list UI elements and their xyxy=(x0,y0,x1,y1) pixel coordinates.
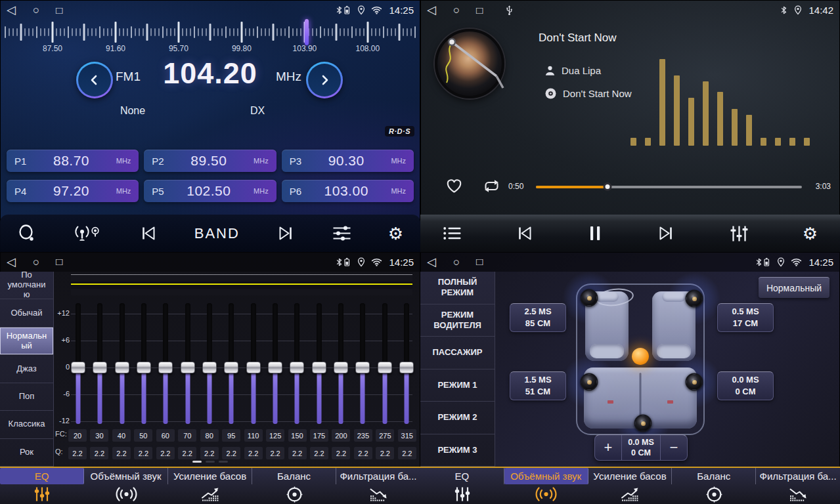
q-value-chip[interactable]: 2.2 xyxy=(156,447,175,459)
q-value-chip[interactable]: 2.2 xyxy=(200,447,219,459)
slider-handle[interactable] xyxy=(71,362,85,373)
preset-button-p6[interactable]: P6103.00MHz xyxy=(282,180,414,202)
seek-next-button[interactable] xyxy=(276,225,296,242)
delay-button-rear-right[interactable]: 0.0 MS0 CM xyxy=(717,371,774,400)
previous-track-button[interactable] xyxy=(515,225,535,242)
tab-surround-sound[interactable]: Объёмный звук xyxy=(504,468,588,504)
eq-band-slider[interactable] xyxy=(397,299,416,425)
eq-band-slider[interactable] xyxy=(68,299,88,425)
q-value-chip[interactable]: 2.2 xyxy=(178,447,196,459)
eq-preset-item[interactable]: Рок xyxy=(0,439,53,467)
slider-handle[interactable] xyxy=(158,362,173,373)
slider-handle[interactable] xyxy=(137,362,151,373)
q-value-chip[interactable]: 2.2 xyxy=(244,447,263,459)
center-rear-speaker-icon[interactable] xyxy=(634,415,652,432)
fc-value-chip[interactable]: 80 xyxy=(200,429,219,442)
broadcast-stations-button[interactable] xyxy=(74,224,102,243)
eq-band-slider[interactable] xyxy=(90,299,110,425)
q-value-chip[interactable]: 2.2 xyxy=(222,447,240,459)
tune-down-button[interactable] xyxy=(76,62,113,98)
delay-button-front-left[interactable]: 2.5 MS85 CM xyxy=(510,303,566,332)
tune-up-button[interactable] xyxy=(306,62,343,98)
front-left-speaker-icon[interactable] xyxy=(581,289,598,307)
q-value-chip[interactable]: 2.2 xyxy=(90,447,108,459)
seek-previous-button[interactable] xyxy=(139,225,158,242)
eq-band-slider[interactable] xyxy=(178,299,198,425)
playlist-button[interactable] xyxy=(443,226,462,241)
slider-handle[interactable] xyxy=(334,362,348,373)
recents-icon[interactable]: □ xyxy=(476,5,483,14)
tab-bass-boost[interactable]: Усиление басов xyxy=(588,468,673,504)
q-value-chip[interactable]: 2.2 xyxy=(354,447,372,459)
back-icon[interactable]: ◁ xyxy=(7,4,16,16)
eq-band-slider[interactable] xyxy=(200,299,219,425)
fc-value-chip[interactable]: 70 xyxy=(178,429,196,442)
tuning-needle[interactable] xyxy=(305,19,309,45)
preset-button-p5[interactable]: P5102.50MHz xyxy=(144,180,276,202)
fc-value-chip[interactable]: 40 xyxy=(112,429,131,442)
listening-mode-item[interactable]: РЕЖИМ 3 xyxy=(420,434,495,467)
eq-band-slider[interactable] xyxy=(134,299,154,425)
q-value-chip[interactable]: 2.2 xyxy=(376,447,394,459)
preset-button-p4[interactable]: P497.20MHz xyxy=(7,180,139,202)
recents-icon[interactable]: □ xyxy=(56,257,63,266)
home-icon[interactable]: ○ xyxy=(33,5,39,16)
band-button[interactable]: BAND xyxy=(194,225,240,242)
tab-hpf-filter[interactable]: Фильтрация ба... xyxy=(756,468,840,504)
fc-value-chip[interactable]: 110 xyxy=(244,429,263,442)
preset-button-p1[interactable]: P188.70MHz xyxy=(7,150,139,172)
preset-button-p2[interactable]: P289.50MHz xyxy=(144,150,276,172)
eq-band-slider[interactable] xyxy=(156,299,175,425)
increase-delay-button[interactable]: + xyxy=(595,435,621,460)
listening-mode-item[interactable]: ПОЛНЫЙ РЕЖИМ xyxy=(420,272,495,304)
listening-mode-item[interactable]: ПАССАЖИР xyxy=(420,337,495,369)
q-value-chip[interactable]: 2.2 xyxy=(310,447,328,459)
decrease-delay-button[interactable]: − xyxy=(661,435,687,460)
preset-button-p3[interactable]: P390.30MHz xyxy=(282,150,414,172)
listening-mode-item[interactable]: РЕЖИМ 2 xyxy=(420,402,495,434)
back-icon[interactable]: ◁ xyxy=(7,256,16,268)
listening-mode-item[interactable]: РЕЖИМ ВОДИТЕЛЯ xyxy=(420,304,495,337)
back-icon[interactable]: ◁ xyxy=(427,4,436,16)
eq-band-slider[interactable] xyxy=(309,299,329,425)
tab-surround-sound[interactable]: Объёмный звук xyxy=(84,468,168,504)
pause-button[interactable] xyxy=(587,224,603,242)
eq-preset-item[interactable]: По умолчанию xyxy=(0,272,53,299)
rear-left-speaker-icon[interactable] xyxy=(581,373,598,391)
fc-value-chip[interactable]: 50 xyxy=(134,429,152,442)
progress-bar[interactable] xyxy=(536,186,802,188)
scan-button[interactable] xyxy=(17,223,37,243)
slider-handle[interactable] xyxy=(399,362,414,373)
eq-preset-item[interactable]: Поп xyxy=(0,383,53,411)
recents-icon[interactable]: □ xyxy=(56,5,63,14)
slider-handle[interactable] xyxy=(115,362,129,373)
fc-value-chip[interactable]: 200 xyxy=(332,429,350,442)
delay-button-rear-left[interactable]: 1.5 MS51 CM xyxy=(510,371,566,400)
slider-handle[interactable] xyxy=(246,362,261,373)
tab-hpf-filter[interactable]: Фильтрация ба... xyxy=(336,468,420,504)
fc-value-chip[interactable]: 20 xyxy=(68,429,87,442)
q-value-chip[interactable]: 2.2 xyxy=(134,447,152,459)
fc-value-chip[interactable]: 60 xyxy=(156,429,175,442)
home-icon[interactable]: ○ xyxy=(453,5,460,16)
home-icon[interactable]: ○ xyxy=(33,257,39,268)
q-value-chip[interactable]: 2.2 xyxy=(266,447,284,459)
eq-preset-item[interactable]: Нормальный xyxy=(0,327,53,355)
fc-value-chip[interactable]: 30 xyxy=(90,429,108,442)
q-value-chip[interactable]: 2.2 xyxy=(288,447,307,459)
q-value-chip[interactable]: 2.2 xyxy=(398,447,416,459)
eq-band-slider[interactable] xyxy=(375,299,395,425)
q-value-chip[interactable]: 2.2 xyxy=(112,447,131,459)
tab-balance[interactable]: Баланс xyxy=(672,468,756,504)
fc-value-chip[interactable]: 235 xyxy=(354,429,372,442)
slider-handle[interactable] xyxy=(224,362,238,373)
eq-band-slider[interactable] xyxy=(221,299,241,425)
repeat-button[interactable] xyxy=(481,178,502,197)
listening-mode-item[interactable]: РЕЖИМ 1 xyxy=(420,369,495,402)
next-track-button[interactable] xyxy=(656,225,676,242)
recents-icon[interactable]: □ xyxy=(476,257,483,266)
tab-eq[interactable]: EQ xyxy=(0,468,84,504)
eq-band-slider[interactable] xyxy=(353,299,372,425)
fc-value-chip[interactable]: 150 xyxy=(288,429,307,442)
slider-handle[interactable] xyxy=(312,362,326,373)
